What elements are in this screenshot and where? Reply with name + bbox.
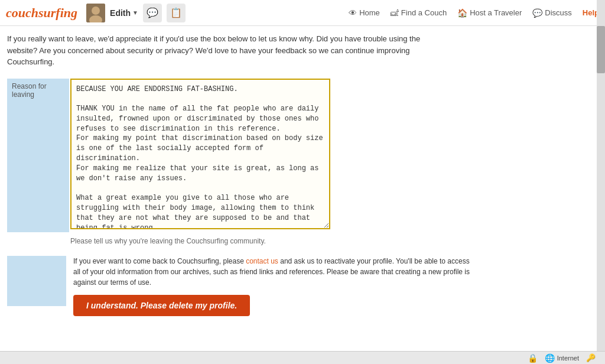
bottom-info-text: If you ever want to come back to Couchsu… — [73, 256, 475, 288]
notifications-icon[interactable]: 📋 — [167, 4, 186, 22]
contact-us-link[interactable]: contact us — [246, 257, 278, 265]
nav-discuss[interactable]: 💬 Discuss — [532, 8, 572, 18]
textarea-hint: Please tell us why you're leaving the Co… — [70, 237, 555, 245]
logo: couchsurfing — [6, 5, 77, 21]
home-icon: 👁 — [349, 8, 357, 18]
bottom-section: If you ever want to come back to Couchsu… — [7, 256, 555, 316]
scrollbar-thumb[interactable] — [597, 26, 605, 73]
globe-icon: 🌐 — [545, 353, 555, 363]
intro-text: If you really want to leave, we'd apprec… — [7, 33, 421, 68]
delete-profile-button[interactable]: I understand. Please delete my profile. — [73, 295, 250, 316]
statusbar: 🔒 🌐 Internet 🔑 — [0, 351, 605, 364]
nav-home[interactable]: 👁 Home — [349, 8, 380, 18]
main-content: If you really want to leave, we'd apprec… — [0, 26, 573, 363]
nav-host-traveler[interactable]: 🏠 Host a Traveler — [457, 8, 522, 18]
nav-find-couch[interactable]: 🛋 Find a Couch — [391, 8, 447, 18]
bottom-text-before: If you ever want to come back to Couchsu… — [73, 257, 244, 265]
bottom-content: If you ever want to come back to Couchsu… — [73, 256, 555, 316]
couch-icon: 🛋 — [391, 8, 399, 18]
username-button[interactable]: Edith ▼ — [110, 8, 138, 18]
host-icon: 🏠 — [457, 8, 467, 18]
bottom-blue-panel — [7, 256, 66, 306]
status-internet: 🌐 Internet — [545, 353, 579, 363]
header: couchsurfing Edith ▼ 💬 📋 👁 Home 🛋 Find a… — [0, 0, 605, 26]
reason-label: Reason for leaving — [7, 79, 69, 232]
user-area: Edith ▼ 💬 📋 — [86, 4, 186, 22]
lock-icon: 🔑 — [586, 353, 596, 362]
internet-label: Internet — [557, 355, 579, 362]
reason-textarea[interactable] — [70, 79, 330, 229]
chevron-down-icon: ▼ — [132, 9, 138, 16]
scrollbar[interactable] — [597, 0, 605, 364]
discuss-icon: 💬 — [532, 8, 542, 18]
status-security: 🔒 — [528, 353, 538, 363]
messages-icon[interactable]: 💬 — [143, 4, 162, 22]
status-lock: 🔑 — [586, 353, 596, 362]
reason-form-row: Reason for leaving — [7, 79, 555, 232]
svg-point-1 — [92, 6, 100, 15]
username-label: Edith — [110, 8, 131, 18]
avatar[interactable] — [86, 4, 105, 22]
security-icon: 🔒 — [528, 353, 538, 363]
main-nav: 👁 Home 🛋 Find a Couch 🏠 Host a Traveler … — [349, 8, 599, 18]
